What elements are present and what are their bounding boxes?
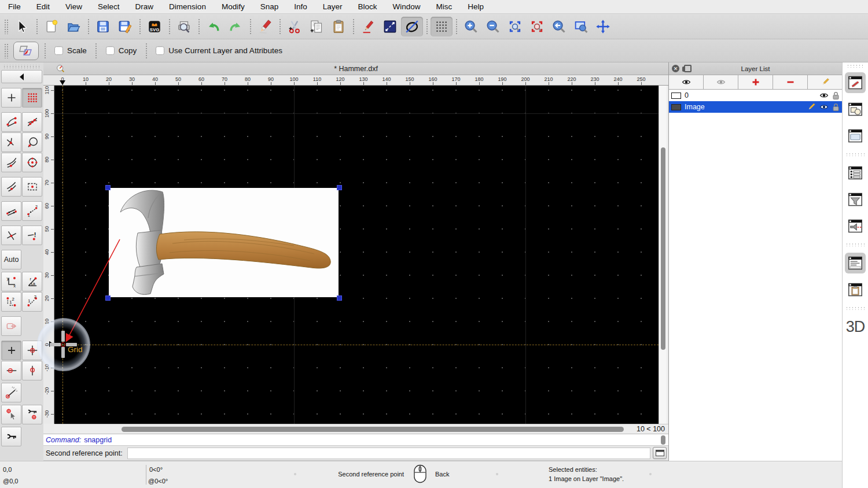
restrict-horizontal-button[interactable]	[1, 361, 21, 380]
document-titlebar[interactable]: * Hammer.dxf	[43, 62, 668, 75]
grid-toggle-button[interactable]	[431, 17, 453, 36]
restrict-nothing-button[interactable]	[1, 341, 21, 360]
menu-file[interactable]: File	[8, 2, 21, 11]
menu-modify[interactable]: Modify	[222, 2, 245, 11]
open-file-button[interactable]	[62, 17, 84, 36]
rel-cartesian-button[interactable]: 12	[1, 292, 21, 312]
layer-toolbar-plus-red[interactable]	[738, 75, 773, 89]
snap-intersection-button[interactable]	[1, 225, 21, 245]
eye-white-icon[interactable]	[819, 102, 829, 112]
command-input[interactable]	[127, 448, 650, 459]
option-copy[interactable]: Copy	[106, 46, 137, 55]
dock-3d-label[interactable]: 3D	[846, 318, 865, 336]
snap-grid-button[interactable]	[22, 88, 42, 108]
checkbox[interactable]	[54, 46, 63, 55]
coord-polar-button[interactable]: ra	[22, 272, 42, 291]
key-lock-button[interactable]	[1, 427, 21, 446]
menu-help[interactable]: Help	[468, 2, 484, 11]
menu-snap[interactable]: Snap	[260, 2, 279, 11]
set-relative-zero-button[interactable]	[1, 405, 21, 424]
lock-relative-zero-button[interactable]	[22, 405, 42, 424]
menu-misc[interactable]: Misc	[436, 2, 453, 11]
edit-pen-button[interactable]	[357, 17, 379, 36]
ellipse-tool-button[interactable]	[401, 17, 423, 36]
restrict-orthogonal-button[interactable]	[22, 341, 42, 360]
move-copy-tool-button[interactable]	[13, 42, 39, 60]
option-scale[interactable]: Scale	[54, 46, 87, 55]
cut-button[interactable]	[284, 17, 306, 36]
menu-layer[interactable]: Layer	[323, 2, 343, 11]
drawing-canvas[interactable]	[54, 86, 659, 424]
zoom-auto-button[interactable]	[504, 17, 526, 36]
snap-restrict-arrows-button[interactable]	[1, 201, 21, 221]
lock-icon[interactable]	[832, 103, 840, 112]
snap-free-button[interactable]	[1, 88, 21, 108]
snap-endpoints-button[interactable]	[1, 112, 21, 132]
selection-handle-bottom-left[interactable]	[105, 295, 111, 301]
print-preview-button[interactable]	[173, 17, 195, 36]
layer-row-0[interactable]: 0	[669, 90, 842, 101]
snap-distance-button[interactable]: 12	[22, 201, 42, 221]
menu-window[interactable]: Window	[393, 2, 421, 11]
undo-button[interactable]	[203, 17, 225, 36]
dock-entity-list-button[interactable]	[845, 162, 866, 183]
snap-on-entity-button[interactable]	[22, 112, 42, 132]
zoom-back-button[interactable]	[548, 17, 570, 36]
snap-on-circle-button[interactable]	[22, 132, 42, 152]
hammer-image-entity[interactable]	[109, 188, 339, 297]
dock-layer-list-button[interactable]	[845, 72, 866, 93]
menu-edit[interactable]: Edit	[36, 2, 50, 11]
zoom-pan-button[interactable]	[592, 17, 614, 36]
layer-toolbar-eye-gray[interactable]	[704, 75, 738, 89]
dock-library-button[interactable]	[845, 125, 866, 146]
new-file-button[interactable]	[41, 17, 62, 36]
zoom-out-button[interactable]	[482, 17, 504, 36]
selection-handle-top-right[interactable]	[337, 185, 342, 190]
layer-toolbar-minus-red[interactable]	[773, 75, 808, 89]
detach-panel-button[interactable]	[682, 65, 690, 72]
zoom-in-button[interactable]	[460, 17, 482, 36]
dock-selection-filter-button[interactable]	[845, 189, 866, 210]
menu-block[interactable]: Block	[358, 2, 377, 11]
save-as-button[interactable]	[114, 17, 136, 36]
layer-toolbar-pencil-yellow[interactable]	[808, 75, 842, 89]
back-arrow-button[interactable]	[1, 70, 42, 83]
keyboard-toggle-button[interactable]	[653, 447, 667, 459]
eye-black-icon[interactable]	[819, 91, 829, 100]
checkbox[interactable]	[106, 46, 115, 55]
restrict-disabled-button[interactable]	[1, 316, 21, 336]
rel-polar-button[interactable]: 12	[22, 292, 42, 312]
command-history[interactable]: Command: snapgrid	[43, 434, 668, 446]
angle-gauge-button[interactable]	[1, 383, 21, 402]
pencil-yellow-icon[interactable]	[807, 102, 816, 112]
line-attributes-button[interactable]	[379, 17, 401, 36]
layer-toolbar-eye-black[interactable]	[669, 75, 704, 89]
dock-pen-button[interactable]	[845, 216, 866, 236]
dock-block-list-button[interactable]	[845, 99, 866, 120]
paste-button[interactable]	[328, 17, 350, 36]
zoom-window-button[interactable]	[570, 17, 592, 36]
selection-handle-bottom-right[interactable]	[337, 295, 342, 301]
checkbox[interactable]	[156, 46, 164, 55]
auto-button[interactable]: Auto	[1, 250, 21, 269]
menu-info[interactable]: Info	[294, 2, 307, 11]
layer-row-image[interactable]: Image	[669, 101, 842, 113]
copy-button[interactable]	[306, 17, 328, 36]
menu-dimension[interactable]: Dimension	[169, 2, 206, 11]
lock-icon[interactable]	[832, 91, 840, 100]
dock-clipboard-button[interactable]	[845, 279, 866, 300]
zoom-previous-button[interactable]	[526, 17, 548, 36]
menu-draw[interactable]: Draw	[135, 2, 154, 11]
snap-intersection-manual-button[interactable]: !	[22, 225, 42, 245]
menu-view[interactable]: View	[65, 2, 82, 11]
dock-command-line-button[interactable]	[845, 253, 866, 273]
coord-cartesian-button[interactable]: yx	[1, 272, 21, 291]
snap-nearest-button[interactable]	[1, 177, 21, 197]
delete-eraser-button[interactable]	[254, 17, 276, 36]
command-history-scrollbar[interactable]	[661, 435, 665, 445]
snap-tangent-button[interactable]	[1, 153, 21, 172]
selection-handle-top-left[interactable]	[105, 185, 111, 190]
restrict-vertical-button[interactable]	[22, 361, 42, 380]
canvas-vertical-scrollbar[interactable]	[659, 86, 667, 424]
snap-center-button[interactable]	[22, 153, 42, 172]
